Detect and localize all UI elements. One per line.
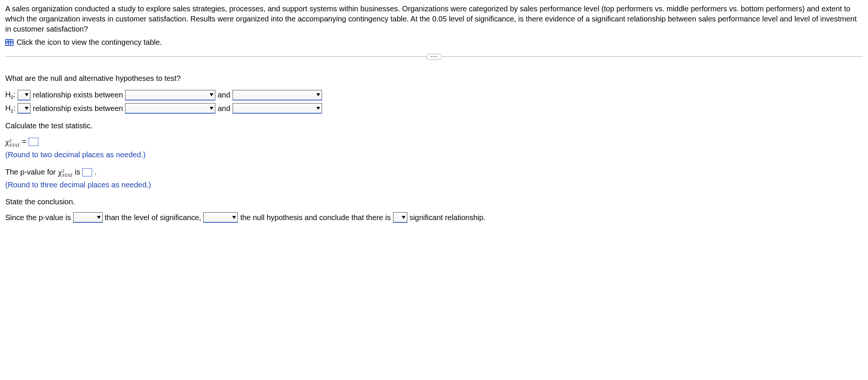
contingency-link-row: Click the icon to view the contingency t… <box>5 37 863 47</box>
h1-rel-text: relationship exists between <box>33 103 123 114</box>
h1-qualifier-select[interactable] <box>18 103 30 114</box>
h0-row: H0: relationship exists between and <box>5 90 863 101</box>
dots-icon <box>434 56 435 57</box>
decision-select[interactable] <box>203 212 238 223</box>
hypotheses-section: What are the null and alternative hypoth… <box>5 73 863 114</box>
test-statistic-section: Calculate the test statistic. χ 2 STAT =… <box>5 121 863 160</box>
section-divider <box>5 56 863 57</box>
pvalue-pre: The p-value for <box>5 167 56 177</box>
conclusion-section: State the conclusion. Since the p-value … <box>5 197 863 223</box>
pvalue-section: The p-value for χ 2 STAT is . (Round to … <box>5 167 863 190</box>
problem-statement: A sales organization conducted a study t… <box>5 4 863 34</box>
h0-var2-select[interactable] <box>233 90 322 100</box>
chevron-down-icon <box>210 107 213 110</box>
significance-select[interactable] <box>393 212 407 223</box>
chi-squared-symbol: χ 2 STAT <box>58 167 73 178</box>
dots-icon <box>431 56 432 57</box>
chi-stat-input[interactable] <box>29 138 38 146</box>
h1-var2-select[interactable] <box>233 103 322 114</box>
h0-qualifier-select[interactable] <box>18 90 30 100</box>
conclusion-t2: than the level of significance, <box>105 213 201 223</box>
period: . <box>94 167 97 177</box>
hypotheses-prompt: What are the null and alternative hypoth… <box>5 73 863 84</box>
pvalue-compare-select[interactable] <box>73 212 103 223</box>
and-text: and <box>218 103 230 114</box>
pvalue-input[interactable] <box>82 168 92 176</box>
chevron-down-icon <box>210 93 213 96</box>
problem-text: A sales organization conducted a study t… <box>5 5 857 33</box>
h1-var1-select[interactable] <box>125 103 215 114</box>
chevron-down-icon <box>25 93 29 96</box>
chi-stat-row: χ 2 STAT = <box>5 136 863 147</box>
h0-label: H0: <box>5 90 15 101</box>
is-text: is <box>75 167 80 177</box>
h1-label: H1: <box>5 103 15 114</box>
chevron-down-icon <box>97 216 101 219</box>
equals-sign: = <box>22 137 26 147</box>
chevron-down-icon <box>316 93 320 96</box>
chi-squared-symbol: χ 2 STAT <box>5 136 20 147</box>
pvalue-hint: (Round to three decimal places as needed… <box>5 180 863 190</box>
chevron-down-icon <box>232 216 236 219</box>
chi-stat-hint: (Round to two decimal places as needed.) <box>5 150 863 160</box>
h0-rel-text: relationship exists between <box>33 90 123 100</box>
chevron-down-icon <box>316 107 320 110</box>
conclusion-t1: Since the p-value is <box>5 213 71 223</box>
and-text: and <box>218 90 230 100</box>
expand-pill[interactable] <box>426 54 442 60</box>
h1-row: H1: relationship exists between and <box>5 103 863 114</box>
dots-icon <box>436 56 437 57</box>
conclusion-t3: the null hypothesis and conclude that th… <box>240 213 390 223</box>
pvalue-row: The p-value for χ 2 STAT is . <box>5 167 863 178</box>
contingency-link-text[interactable]: Click the icon to view the contingency t… <box>17 37 162 47</box>
table-icon[interactable] <box>5 39 14 46</box>
conclusion-t4: significant relationship. <box>410 213 485 223</box>
test-statistic-prompt: Calculate the test statistic. <box>5 121 863 131</box>
conclusion-prompt: State the conclusion. <box>5 197 863 207</box>
h0-var1-select[interactable] <box>125 90 215 100</box>
chevron-down-icon <box>25 107 29 110</box>
chevron-down-icon <box>402 216 405 219</box>
conclusion-row: Since the p-value is than the level of s… <box>5 212 863 223</box>
